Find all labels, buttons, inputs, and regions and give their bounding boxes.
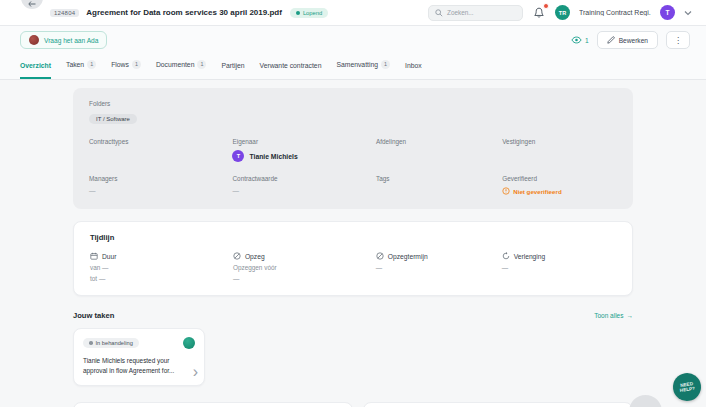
field-vestigingen: Vestigingen xyxy=(502,138,617,162)
cancel-circle-icon xyxy=(376,252,384,260)
tab-samenvatting-count: 1 xyxy=(381,60,390,69)
top-bar-right: Zoeken... TR Training Contract Regi... T xyxy=(428,5,692,21)
task-status-chip: In behandeling xyxy=(83,338,139,348)
user-avatar[interactable]: T xyxy=(660,5,675,20)
need-help-button[interactable]: NEED HELP? xyxy=(671,371,703,403)
contract-id-badge: 124804 xyxy=(50,9,79,17)
search-icon xyxy=(435,9,443,17)
views-count: 1 xyxy=(585,37,589,44)
pencil-icon xyxy=(607,36,615,44)
notifications-button[interactable] xyxy=(532,6,546,20)
task-card[interactable]: In behandeling Tianie Michiels requested… xyxy=(73,328,205,386)
owner-avatar: T xyxy=(232,150,244,162)
timeline-opzegtermijn: Opzegtermijn — xyxy=(376,252,502,282)
tab-documenten[interactable]: Documenten1 xyxy=(156,60,207,79)
tab-taken[interactable]: Taken1 xyxy=(66,60,96,79)
managers-value: — xyxy=(89,187,232,194)
org-name: Training Contract Regi... xyxy=(579,9,651,16)
ask-ada-button[interactable]: Vraag het aan Ada xyxy=(20,31,107,49)
tab-flows[interactable]: Flows1 xyxy=(111,60,141,79)
top-bar: 124804 Agreement for Data room services … xyxy=(0,0,706,26)
search-input[interactable]: Zoeken... xyxy=(428,5,523,21)
duur-tot: tot — xyxy=(90,275,233,282)
toolbar-right: 1 Bewerken ⋮ xyxy=(571,31,690,49)
verify-label: Niet geverifieerd xyxy=(513,188,562,195)
bottom-row: Partijen Toon alles → Documenten (1) xyxy=(73,402,633,407)
field-afdelingen: Afdelingen xyxy=(376,138,502,162)
timeline-duur: Duur van — tot — xyxy=(90,252,233,282)
flow-step-icon xyxy=(183,337,195,349)
action-toolbar: Vraag het aan Ada 1 Bewerken ⋮ xyxy=(0,26,706,54)
more-options-button[interactable]: ⋮ xyxy=(666,31,690,49)
info-grid-row-1: Contracttypes Eigenaar T Tianie Michiels… xyxy=(89,138,617,162)
task-status-dot-icon xyxy=(89,341,93,345)
field-contracttypes: Contracttypes xyxy=(89,138,232,162)
contractwaarde-value: — xyxy=(232,187,375,194)
verlenging-line1: — xyxy=(502,264,616,271)
timeline-opzeg: Opzeg Opzeggen vóór — xyxy=(233,252,376,282)
status-badge: Lopend xyxy=(290,8,328,18)
opzeg-line2: — xyxy=(233,275,376,282)
field-tags: Tags xyxy=(376,175,502,195)
tasks-header: Jouw taken Toon alles → xyxy=(73,311,633,320)
timeline-title: Tijdlijn xyxy=(90,233,616,242)
verify-status[interactable]: Niet geverifieerd xyxy=(502,187,617,195)
calendar-icon xyxy=(90,252,98,260)
tab-samenvatting[interactable]: Samenvatting1 xyxy=(336,60,390,79)
not-verified-icon xyxy=(502,187,510,195)
arrow-right-icon: → xyxy=(627,312,634,319)
timeline-verlenging: Verlenging — xyxy=(502,252,616,282)
org-avatar[interactable]: TR xyxy=(555,5,570,20)
eye-icon xyxy=(571,36,582,44)
opzegtermijn-line1: — xyxy=(376,264,502,271)
cancel-circle-icon xyxy=(233,252,241,260)
task-status-label: In behandeling xyxy=(96,340,133,346)
folders-label: Folders xyxy=(89,100,617,107)
search-placeholder: Zoeken... xyxy=(447,9,474,16)
task-text: Tianie Michiels requested your approval … xyxy=(83,356,195,376)
field-geverifieerd: Geverifieerd Niet geverifieerd xyxy=(502,175,617,195)
status-label: Lopend xyxy=(303,10,322,16)
back-arrow-icon xyxy=(28,1,36,7)
assistant-bubble[interactable] xyxy=(629,395,662,407)
tasks-title: Jouw taken xyxy=(73,311,114,320)
duur-van: van — xyxy=(90,264,233,271)
opzeg-line1: Opzeggen vóór xyxy=(233,264,376,271)
views-indicator: 1 xyxy=(571,36,589,44)
renewal-icon xyxy=(502,252,510,260)
field-managers: Managers — xyxy=(89,175,232,195)
documents-card: Documenten (1) Upload Toon alles → Ag xyxy=(363,402,633,407)
status-dot-icon xyxy=(296,11,300,15)
tab-bar: Overzicht Taken1 Flows1 Documenten1 Part… xyxy=(0,54,706,80)
edit-label: Bewerken xyxy=(619,37,648,44)
owner-value[interactable]: T Tianie Michiels xyxy=(232,150,375,162)
field-eigenaar: Eigenaar T Tianie Michiels xyxy=(232,138,375,162)
page-title: Agreement for Data room services 30 apri… xyxy=(86,8,282,17)
tab-flows-count: 1 xyxy=(132,60,141,69)
back-button[interactable] xyxy=(21,0,43,9)
tab-documenten-count: 1 xyxy=(197,60,206,69)
notification-badge xyxy=(543,3,549,9)
contract-detail-page: 124804 Agreement for Data room services … xyxy=(0,0,706,407)
edit-button[interactable]: Bewerken xyxy=(597,31,658,49)
tab-overzicht[interactable]: Overzicht xyxy=(20,62,51,79)
parties-card: Partijen Toon alles → xyxy=(73,402,353,407)
owner-name: Tianie Michiels xyxy=(249,153,297,160)
content-column: Folders IT / Software Contracttypes Eige… xyxy=(73,88,633,407)
contract-info-card: Folders IT / Software Contracttypes Eige… xyxy=(73,88,633,209)
tab-taken-count: 1 xyxy=(87,60,96,69)
ask-ada-label: Vraag het aan Ada xyxy=(44,37,98,44)
tasks-show-all-link[interactable]: Toon alles → xyxy=(594,312,633,319)
tab-partijen[interactable]: Partijen xyxy=(221,62,244,79)
tab-inbox[interactable]: Inbox xyxy=(405,62,422,79)
timeline-grid: Duur van — tot — Opzeg Opzeggen vóór — xyxy=(90,252,616,282)
tab-verwante-contracten[interactable]: Verwante contracten xyxy=(259,62,321,79)
field-contractwaarde: Contractwaarde — xyxy=(232,175,375,195)
chevron-down-icon[interactable] xyxy=(684,10,692,16)
chevron-right-icon: › xyxy=(193,363,198,381)
folder-chip[interactable]: IT / Software xyxy=(89,114,137,124)
info-grid-row-2: Managers — Contractwaarde — Tags Geverif… xyxy=(89,175,617,195)
ada-logo-icon xyxy=(29,35,39,45)
timeline-card: Tijdlijn Duur van — tot — Opzeg Opzeggen xyxy=(73,221,633,296)
